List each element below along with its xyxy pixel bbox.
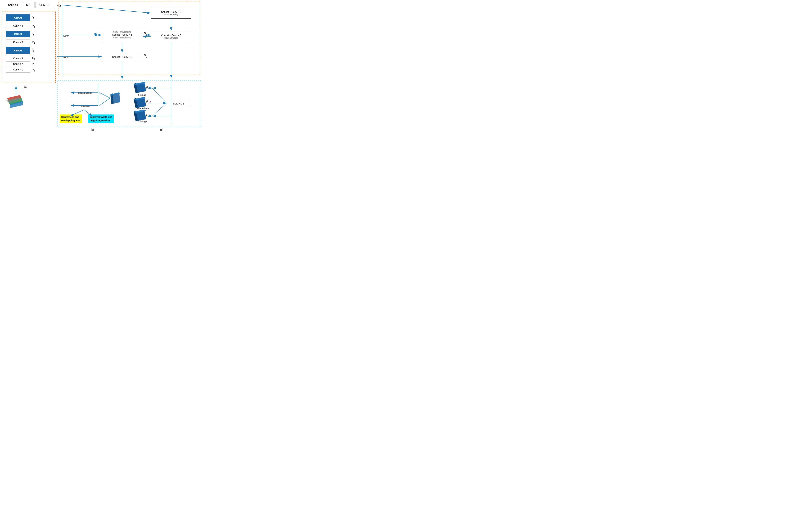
svg-marker-49 <box>6 97 22 103</box>
panel-b-label: (b) <box>91 128 94 131</box>
panel-a-label: (a) <box>24 85 28 88</box>
conv-label-2: conv <box>63 56 68 59</box>
classification-box: classification <box>71 89 99 96</box>
diagram-container: Conv × 3 SPP Conv × 3 CBAM f5 Conv × 4 P… <box>0 0 202 133</box>
label-p4: P4 <box>32 40 35 45</box>
conv-label-1: conv <box>63 34 68 37</box>
label-p1: P1 <box>32 68 35 72</box>
conv1-p1: Conv × 1 <box>6 67 30 72</box>
label-f4: f4 <box>32 32 34 36</box>
conv3-top-left: Conv × 3 <box>4 2 22 8</box>
p9-label: P9 <box>146 86 149 90</box>
cbam-f3: CBAM <box>6 47 30 54</box>
p11-label: P11 <box>146 113 151 117</box>
location-box: location <box>71 102 99 109</box>
p8-label: P8 <box>144 32 147 36</box>
label-f5: f5 <box>32 16 34 20</box>
small-label: 8-small <box>138 94 146 97</box>
cbam-f5: CBAM <box>6 14 30 21</box>
panel-c-label: (c) <box>160 128 163 131</box>
cbam-f4: CBAM <box>6 31 30 37</box>
softnms-box: Soft-NMS <box>167 100 190 107</box>
concat-top-right: Concat + Conv × 5 DownSampling <box>151 7 191 19</box>
p10-label: P10 <box>146 100 151 104</box>
concat-mid-right: Concat + Conv × 5 DownSampling <box>151 31 191 42</box>
conv4-box: Conv × 4 <box>6 23 30 29</box>
svg-marker-47 <box>9 98 23 105</box>
svg-marker-46 <box>7 95 23 105</box>
concat-p8: Conv + UpSampling Concat + Conv × 5 Conv… <box>102 28 142 42</box>
svg-marker-48 <box>10 101 23 108</box>
height-regression-label: Improved width andheight regression <box>88 115 114 123</box>
medium-label: 16-medium <box>137 107 149 110</box>
centerness-label: Centerness andoverlapping area <box>60 115 82 123</box>
label-p3: P3 <box>32 57 35 61</box>
p7-label: P7 <box>144 54 147 58</box>
conv8-p4: Conv × 8 <box>6 39 30 45</box>
conv8-p3: Conv × 8 <box>6 56 30 61</box>
concat-p7: Concat + Conv × 5 <box>102 53 142 61</box>
label-p5: P5 <box>32 24 35 28</box>
conv2-p2: Conv × 2 <box>6 61 30 67</box>
conv3-top-right: Conv × 3 <box>35 2 53 8</box>
large-label: 32-large <box>138 120 147 123</box>
label-f3: f3 <box>32 48 34 53</box>
label-p2: P2 <box>32 62 35 66</box>
spp-box: SPP <box>23 2 34 8</box>
